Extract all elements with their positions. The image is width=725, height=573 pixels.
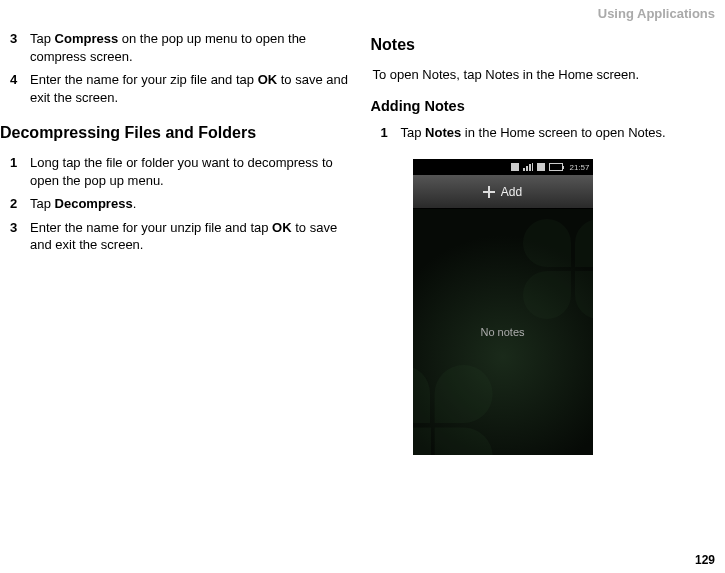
clover-decoration [523,219,593,319]
status-icon [511,163,519,171]
step-number: 4 [0,71,30,106]
phone-body: No notes [413,209,593,455]
compress-steps: 3 Tap Compress on the pop up menu to ope… [0,30,355,106]
heading-adding-notes: Adding Notes [371,98,726,114]
step-text: Tap Decompress. [30,195,355,213]
step-number: 3 [0,30,30,65]
phone-status-bar: 21:57 [413,159,593,175]
list-item: 2 Tap Decompress. [0,195,355,213]
step-text: Tap Notes in the Home screen to open Not… [401,124,726,142]
phone-toolbar: Add [413,175,593,209]
step-number: 2 [0,195,30,213]
heading-notes: Notes [371,36,726,54]
adding-notes-steps: 1 Tap Notes in the Home screen to open N… [371,124,726,142]
step-text: Long tap the file or folder you want to … [30,154,355,189]
step-text: Enter the name for your unzip file and t… [30,219,355,254]
list-item: 3 Enter the name for your unzip file and… [0,219,355,254]
toolbar-add-label: Add [501,185,522,199]
clover-decoration [413,365,493,455]
step-text: Tap Compress on the pop up menu to open … [30,30,355,65]
phone-screenshot: 21:57 Add No notes [413,159,593,455]
heading-decompressing: Decompressing Files and Folders [0,124,355,142]
left-column: 3 Tap Compress on the pop up menu to ope… [0,30,363,455]
header-section-label: Using Applications [598,6,715,21]
plus-icon [483,186,495,198]
step-number: 3 [0,219,30,254]
step-text: Enter the name for your zip file and tap… [30,71,355,106]
no-notes-label: No notes [480,326,524,338]
list-item: 4 Enter the name for your zip file and t… [0,71,355,106]
list-item: 1 Tap Notes in the Home screen to open N… [371,124,726,142]
list-item: 1 Long tap the file or folder you want t… [0,154,355,189]
status-icon [537,163,545,171]
page-number: 129 [695,553,715,567]
step-number: 1 [0,154,30,189]
signal-icon [523,163,533,171]
right-column: Notes To open Notes, tap Notes in the Ho… [363,30,726,455]
list-item: 3 Tap Compress on the pop up menu to ope… [0,30,355,65]
decompress-steps: 1 Long tap the file or folder you want t… [0,154,355,254]
notes-intro: To open Notes, tap Notes in the Home scr… [371,66,726,84]
status-time: 21:57 [567,163,589,172]
step-number: 1 [371,124,401,142]
battery-icon [549,163,563,171]
